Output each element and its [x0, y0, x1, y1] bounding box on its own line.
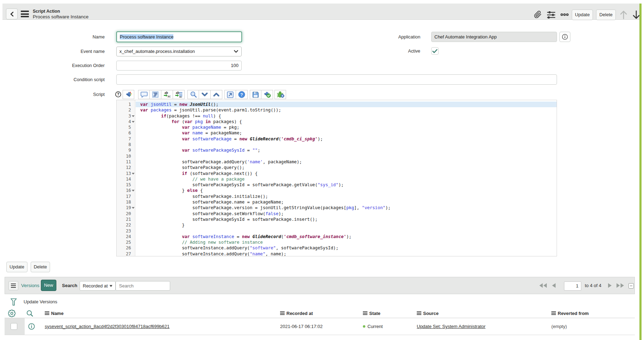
- active-label: Active: [350, 47, 420, 55]
- line-number: 8: [117, 142, 135, 147]
- condition-script-label: Condition script: [34, 74, 105, 85]
- execution-order-input[interactable]: 100: [116, 61, 242, 71]
- pagination-range-label: to 4 of 4: [585, 277, 601, 294]
- line-number: 2: [117, 107, 135, 113]
- form-context-menu-icon[interactable]: [21, 11, 29, 17]
- save-button[interactable]: [250, 90, 261, 99]
- debug-button[interactable]: [274, 90, 286, 99]
- line-number: 18: [117, 199, 135, 205]
- list-search-label: Search: [62, 277, 77, 294]
- column-context-icon[interactable]: [551, 311, 556, 315]
- find-previous-button[interactable]: [211, 90, 222, 99]
- editor-help-button[interactable]: ?: [236, 90, 248, 99]
- search-button[interactable]: [187, 90, 199, 99]
- list-context-menu-button[interactable]: [8, 281, 18, 290]
- fold-arrow-icon[interactable]: [132, 207, 135, 209]
- name-input[interactable]: Process software Instance: [116, 31, 242, 42]
- replace-button[interactable]: abac: [161, 90, 173, 99]
- find-next-button[interactable]: [199, 90, 211, 99]
- code-line: softwarePackageSysId = softwarePackage.i…: [136, 217, 557, 222]
- format-code-button[interactable]: [150, 90, 161, 99]
- row-cell-source[interactable]: Update Set: System Administrator: [417, 318, 485, 335]
- next-page-icon[interactable]: [608, 277, 612, 294]
- personalize-sliders-icon[interactable]: [547, 11, 555, 19]
- code-line: [136, 153, 557, 159]
- column-context-icon[interactable]: [280, 311, 285, 315]
- header-delete-button[interactable]: Delete: [596, 10, 616, 20]
- line-number: 25: [117, 239, 135, 245]
- code-line: softwareInstance.addQuery("software", so…: [136, 245, 557, 251]
- code-line: var packageName = pkg;: [136, 125, 557, 130]
- list-breadcrumb[interactable]: Update Versions: [24, 299, 57, 304]
- first-page-icon[interactable]: [539, 277, 547, 294]
- record-type-label: Script Action: [33, 9, 88, 14]
- line-number: 21: [117, 217, 135, 222]
- fold-arrow-icon[interactable]: [132, 115, 135, 117]
- svg-text:ac: ac: [179, 95, 182, 98]
- previous-page-icon[interactable]: [552, 277, 556, 294]
- column-header-name[interactable]: Name: [45, 308, 63, 318]
- previous-record-icon[interactable]: [619, 10, 628, 19]
- list-search-icon[interactable]: [26, 310, 33, 317]
- row-cell-name[interactable]: sysevent_script_action_8acd4f2d2f303010f…: [45, 318, 169, 335]
- open-window-icon: [227, 91, 234, 98]
- last-page-icon[interactable]: [616, 277, 624, 294]
- syntax-check-button[interactable]: [261, 90, 273, 99]
- syntax-toggle-icon: [125, 91, 132, 98]
- column-header-reverted-from[interactable]: Reverted from: [551, 308, 589, 318]
- event-name-value: x_chef_automate.process.installation: [119, 49, 195, 54]
- name-link[interactable]: sysevent_script_action_8acd4f2d2f303010f…: [45, 324, 169, 329]
- filter-funnel-icon[interactable]: [10, 298, 17, 306]
- code-line: softwarePackageSysId = softwarePackage.g…: [136, 182, 557, 188]
- search-column-select[interactable]: Recorded at: [80, 281, 116, 291]
- event-name-select[interactable]: x_chef_automate.process.installation: [116, 47, 242, 56]
- replace-all-icon: abac: [175, 91, 182, 98]
- code-line: if (softwarePackage.next()) {: [136, 171, 557, 176]
- application-label: Application: [350, 32, 420, 42]
- page-number-input[interactable]: 1: [564, 281, 581, 291]
- line-number: 12: [117, 165, 135, 170]
- attachment-paperclip-icon[interactable]: [534, 11, 542, 19]
- line-number: 5: [117, 125, 135, 130]
- line-number: 19: [117, 205, 135, 211]
- list-search-input[interactable]: Search: [116, 281, 170, 291]
- column-context-icon[interactable]: [45, 311, 49, 315]
- script-code-editor[interactable]: 1234567891011121314151617181920212223242…: [116, 100, 557, 256]
- column-header-recorded-at[interactable]: Recorded at: [280, 308, 313, 318]
- column-context-icon[interactable]: [417, 311, 421, 315]
- syntax-toggle-button[interactable]: [123, 90, 134, 99]
- line-number: 24: [117, 234, 135, 239]
- new-button[interactable]: New: [41, 280, 56, 291]
- column-header-state[interactable]: State: [363, 308, 380, 318]
- row-checkbox[interactable]: [11, 323, 17, 330]
- comment-button[interactable]: [138, 90, 150, 99]
- application-info-button[interactable]: [559, 32, 570, 42]
- save-icon: [252, 91, 259, 98]
- line-number: 3: [117, 113, 135, 119]
- column-header-source[interactable]: Source: [417, 308, 439, 318]
- row-info-icon[interactable]: [28, 323, 35, 330]
- more-options-icon[interactable]: [561, 13, 569, 17]
- active-checkbox[interactable]: [431, 47, 439, 55]
- list-gear-icon[interactable]: [8, 310, 16, 317]
- footer-delete-button[interactable]: Delete: [31, 262, 50, 272]
- back-button[interactable]: [6, 8, 18, 19]
- line-number: 22: [117, 222, 135, 228]
- code-line: if(packages !== null) {: [136, 113, 557, 119]
- footer-update-button[interactable]: Update: [6, 262, 27, 272]
- source-link[interactable]: Update Set: System Administrator: [417, 324, 485, 329]
- condition-script-input[interactable]: [116, 74, 557, 85]
- code-line: var softwareInstance = new GlideRecord('…: [136, 234, 557, 239]
- fold-arrow-icon[interactable]: [132, 190, 135, 192]
- fold-arrow-icon[interactable]: [132, 173, 135, 175]
- header-update-button[interactable]: Update: [572, 10, 593, 20]
- checkmark-icon: [432, 49, 438, 53]
- fold-arrow-icon[interactable]: [132, 121, 135, 123]
- column-context-icon[interactable]: [363, 311, 367, 315]
- collapse-list-icon[interactable]: [628, 283, 634, 289]
- script-help-icon[interactable]: ?: [115, 91, 121, 97]
- debug-icon: [277, 91, 284, 98]
- replace-all-button[interactable]: abac: [173, 90, 185, 99]
- open-window-button[interactable]: [224, 90, 236, 99]
- svg-text:ab: ab: [176, 91, 179, 95]
